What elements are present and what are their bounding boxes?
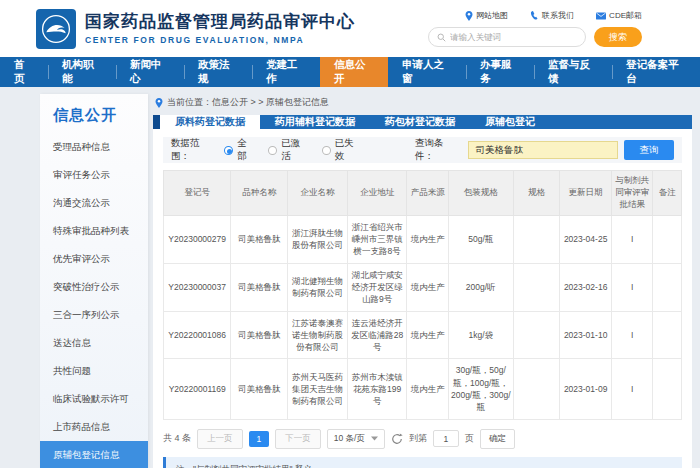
table-header-cell: 品种名称	[231, 171, 288, 216]
cell-review-result: I	[612, 263, 653, 311]
cell-package: 30g/瓶，50g/瓶，100g/瓶，200g/瓶，300g/瓶	[448, 359, 513, 419]
cell-remark	[653, 311, 682, 359]
scope-label: 数据范围：	[171, 137, 218, 163]
sidebar-item[interactable]: 特殊审批品种列表	[40, 217, 148, 245]
breadcrumb-text: 当前位置：信息公开 > > 原辅包登记信息	[167, 96, 329, 109]
phone-icon	[530, 11, 539, 20]
nav-item[interactable]: 申请人之窗	[388, 57, 466, 87]
goto-page-input[interactable]	[433, 430, 459, 447]
cell-review-result: I	[612, 215, 653, 263]
tab[interactable]: 药包材登记数据	[370, 115, 470, 129]
mailbox-link[interactable]: CDE邮箱	[596, 10, 642, 21]
cell-remark	[653, 359, 682, 419]
query-button[interactable]: 查询	[624, 140, 674, 160]
prev-page-button[interactable]: 上一页	[197, 429, 243, 449]
radio-icon	[268, 146, 277, 155]
tab[interactable]: 原料药登记数据	[160, 115, 260, 129]
tab[interactable]: 原辅包登记	[470, 115, 550, 129]
nav-item[interactable]: 新闻中心	[116, 57, 184, 87]
cell-product-name: 司美格鲁肽	[231, 311, 288, 359]
cell-updated: 2023-02-16	[560, 263, 612, 311]
cell-reg-no: Y20230000279	[164, 215, 231, 263]
pagination-total: 共 4 条	[163, 432, 191, 445]
cell-source: 境内生产	[407, 263, 448, 311]
cell-company: 湖北健翔生物制药有限公司	[288, 263, 348, 311]
cell-reg-no: Y20220001086	[164, 311, 231, 359]
sidebar-item[interactable]: 原辅包登记信息	[40, 441, 148, 468]
scope-radio[interactable]: 已激活	[268, 137, 309, 163]
query-input[interactable]	[468, 141, 618, 159]
sidebar-item[interactable]: 沟通交流公示	[40, 189, 148, 217]
page-number-button[interactable]: 1	[249, 431, 270, 447]
sidebar-menu: 受理品种信息 审评任务公示 沟通交流公示 特殊审批品种列表 优先审评公示 突破性…	[40, 133, 148, 468]
header-search-button[interactable]: 搜索	[594, 27, 642, 47]
cell-product-name: 司美格鲁肽	[231, 263, 288, 311]
tab[interactable]: 药用辅料登记数据	[260, 115, 370, 129]
table-header-cell: 规格	[513, 171, 560, 216]
cell-source: 境内生产	[407, 359, 448, 419]
sidebar-item[interactable]: 送达信息	[40, 329, 148, 357]
cell-spec	[513, 215, 560, 263]
scope-radio[interactable]: 已失效	[322, 137, 363, 163]
table-row: Y20220001086 司美格鲁肽 江苏诺泰澳赛诺生物制药股份有限公司 连云港…	[164, 311, 682, 359]
nav-item[interactable]: 首页	[0, 57, 48, 87]
table-header-cell: 备注	[653, 171, 682, 216]
cell-address: 连云港经济开发区临浦路28号	[347, 311, 407, 359]
cell-package: 1kg/袋	[448, 311, 513, 359]
goto-confirm-button[interactable]: 确定	[480, 429, 515, 449]
cell-address: 苏州市木渎镇花苑东路199号	[347, 359, 407, 419]
nav-item[interactable]: 办事服务	[466, 57, 534, 87]
page-size-select[interactable]: 10 条/页	[327, 429, 385, 449]
sitemap-link[interactable]: 网站地图	[465, 10, 508, 21]
next-page-button[interactable]: 下一页	[275, 429, 321, 449]
nav-item[interactable]: 监督与反馈	[534, 57, 612, 87]
breadcrumb: 当前位置：信息公开 > > 原辅包登记信息	[153, 94, 692, 115]
contact-link[interactable]: 联系我们	[530, 10, 574, 21]
radio-icon	[224, 146, 233, 155]
cell-review-result: I	[612, 311, 653, 359]
tabs: 原料药登记数据 药用辅料登记数据 药包材登记数据 原辅包登记	[160, 115, 550, 129]
cell-updated: 2023-01-10	[560, 311, 612, 359]
cell-company: 苏州天马医药集团天吉生物制药有限公司	[288, 359, 348, 419]
pagination: 共 4 条 上一页 1 下一页 10 条/页 到第 页 确定	[163, 420, 682, 457]
table-header-cell: 产品来源	[407, 171, 448, 216]
utility-links: 网站地图 联系我们 CDE邮箱	[465, 10, 642, 21]
sidebar-item[interactable]: 突破性治疗公示	[40, 273, 148, 301]
sidebar-item[interactable]: 临床试验默示许可	[40, 385, 148, 413]
sidebar-item[interactable]: 优先审评公示	[40, 245, 148, 273]
cell-package: 200g/听	[448, 263, 513, 311]
scope-options: 全部 已激活 已失效	[224, 137, 375, 163]
main-nav: 首页 机构职能 新闻中心 政策法规 党建工作 信息公开 申请人之窗 办事服务 监…	[0, 57, 700, 87]
site-subtitle: CENTER FOR DRUG EVALUATION, NMPA	[85, 35, 355, 45]
sidebar-item[interactable]: 共性问题	[40, 357, 148, 385]
table-row: Y20220001169 司美格鲁肽 苏州天马医药集团天吉生物制药有限公司 苏州…	[164, 359, 682, 419]
tab-bar: 原料药登记数据 药用辅料登记数据 药包材登记数据 原辅包登记	[153, 115, 692, 129]
table-header-cell: 更新日期	[560, 171, 612, 216]
refresh-icon[interactable]	[391, 433, 403, 445]
table-header-cell: 企业名称	[288, 171, 348, 216]
search-icon	[437, 33, 446, 42]
query-label: 查询条件：	[415, 137, 462, 163]
cell-source: 境内生产	[407, 311, 448, 359]
sidebar-item[interactable]: 上市药品信息	[40, 413, 148, 441]
scope-radio[interactable]: 全部	[224, 137, 256, 163]
sidebar-item[interactable]: 审评任务公示	[40, 161, 148, 189]
nav-item[interactable]: 信息公开	[320, 57, 388, 87]
cell-company: 江苏诺泰澳赛诺生物制药股份有限公司	[288, 311, 348, 359]
radio-icon	[322, 146, 331, 155]
sidebar-item[interactable]: 受理品种信息	[40, 133, 148, 161]
cell-spec	[513, 359, 560, 419]
table-row: Y20230000037 司美格鲁肽 湖北健翔生物制药有限公司 湖北咸宁咸安经济…	[164, 263, 682, 311]
cell-source: 境内生产	[407, 215, 448, 263]
cell-updated: 2023-04-25	[560, 215, 612, 263]
cell-product-name: 司美格鲁肽	[231, 215, 288, 263]
search-input[interactable]	[450, 32, 577, 42]
main-panel: 数据范围： 全部 已激活	[153, 129, 692, 468]
nav-item[interactable]: 机构职能	[48, 57, 116, 87]
sidebar-item[interactable]: 三合一序列公示	[40, 301, 148, 329]
nav-item[interactable]: 党建工作	[252, 57, 320, 87]
note-panel: 注："与制剂共同审评审批结果" 释义： 符号代表含义 A已批准在上市制剂使用的原…	[163, 457, 682, 468]
nav-item[interactable]: 政策法规	[184, 57, 252, 87]
cell-reg-no: Y20230000037	[164, 263, 231, 311]
nav-item[interactable]: 登记备案平台	[612, 57, 700, 87]
